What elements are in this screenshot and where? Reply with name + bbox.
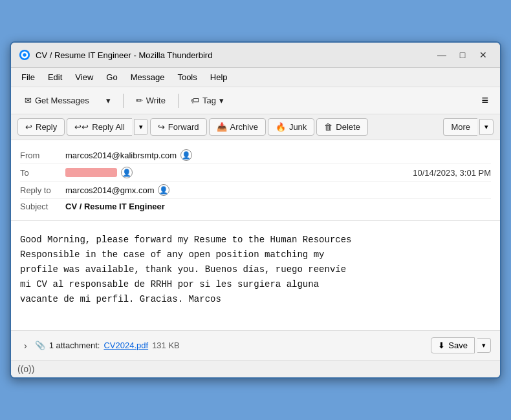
forward-label: Forward — [168, 122, 199, 132]
main-window: CV / Resume IT Engineer - Mozilla Thunde… — [10, 41, 501, 379]
reply-all-icon: ↩↩ — [74, 122, 89, 132]
from-person-icon[interactable]: 👤 — [180, 149, 192, 161]
more-label: More — [451, 122, 470, 132]
status-bar: ((o)) — [11, 361, 500, 377]
attachment-icon: 📎 — [35, 341, 45, 350]
menu-tools[interactable]: Tools — [172, 70, 202, 84]
get-messages-button[interactable]: ✉ Get Messages — [17, 92, 96, 109]
attachment-filename[interactable]: CV2024.pdf — [103, 341, 148, 350]
title-bar-left: CV / Resume IT Engineer - Mozilla Thunde… — [19, 49, 212, 61]
attachment-size: 131 KB — [152, 341, 180, 350]
toolbar-left: ✉ Get Messages ▾ ✏ Write 🏷 Tag ▾ — [17, 92, 231, 109]
archive-label: Archive — [230, 122, 258, 132]
email-body-text: Good Morning, please forward my Resume t… — [20, 235, 351, 304]
from-row: From marcos2014@kalibrsmtp.com 👤 — [20, 147, 491, 164]
forward-icon: ↪ — [158, 122, 165, 132]
save-button[interactable]: ⬇ Save — [431, 337, 475, 353]
reply-all-dropdown-button[interactable]: ▾ — [134, 119, 148, 135]
signal-icon: ((o)) — [17, 364, 34, 374]
menu-edit[interactable]: Edit — [43, 70, 67, 84]
attachment-count: 1 attachment: — [49, 341, 100, 350]
to-row: To 👤 10/14/2023, 3:01 PM — [20, 164, 491, 182]
minimize-button[interactable]: — — [433, 48, 451, 62]
menu-go[interactable]: Go — [101, 70, 122, 84]
get-messages-dropdown[interactable]: ▾ — [99, 92, 118, 109]
subject-value: CV / Resume IT Engineer — [65, 202, 491, 211]
tag-dropdown-icon: ▾ — [219, 96, 224, 105]
reply-all-button[interactable]: ↩↩ Reply All — [67, 118, 132, 136]
to-label: To — [20, 168, 65, 178]
hamburger-menu-button[interactable]: ≡ — [476, 91, 494, 110]
menu-file[interactable]: File — [16, 70, 40, 84]
from-value: marcos2014@kalibrsmtp.com 👤 — [65, 149, 491, 161]
email-body: Good Morning, please forward my Resume t… — [11, 221, 500, 331]
write-icon: ✏ — [136, 96, 143, 105]
reply-to-person-icon[interactable]: 👤 — [158, 184, 169, 196]
to-address-blurred — [65, 168, 117, 177]
toolbar-divider-1 — [123, 94, 124, 108]
save-dropdown-button[interactable]: ▾ — [477, 338, 491, 353]
to-value: 👤 10/14/2023, 3:01 PM — [65, 167, 491, 178]
save-icon: ⬇ — [438, 341, 445, 350]
get-messages-icon: ✉ — [25, 96, 32, 105]
attachment-expand-button[interactable]: › — [20, 339, 31, 352]
attachment-right: ⬇ Save ▾ — [431, 337, 491, 353]
archive-icon: 📥 — [217, 122, 227, 132]
attachment-left: › 📎 1 attachment: CV2024.pdf 131 KB — [20, 339, 426, 352]
reply-to-row: Reply to marcos2014@gmx.com 👤 — [20, 182, 491, 199]
thunderbird-icon — [19, 49, 30, 61]
subject-text: CV / Resume IT Engineer — [65, 202, 165, 211]
maximize-button[interactable]: □ — [453, 48, 472, 62]
menu-bar: File Edit View Go Message Tools Help — [11, 68, 500, 87]
reply-button[interactable]: ↩ Reply — [17, 118, 65, 136]
reply-icon: ↩ — [25, 122, 32, 132]
action-bar: ↩ Reply ↩↩ Reply All ▾ ↪ Forward 📥 Archi… — [11, 114, 500, 140]
tag-label: Tag — [202, 96, 216, 105]
delete-button[interactable]: 🗑 Delete — [316, 118, 368, 136]
toolbar-divider-2 — [178, 94, 179, 108]
junk-icon: 🔥 — [276, 122, 286, 132]
tag-button[interactable]: 🏷 Tag ▾ — [184, 92, 231, 109]
junk-label: Junk — [289, 122, 307, 132]
from-address: marcos2014@kalibrsmtp.com — [65, 151, 177, 160]
svg-point-2 — [23, 53, 26, 56]
close-button[interactable]: ✕ — [474, 48, 492, 62]
email-date: 10/14/2023, 3:01 PM — [413, 168, 491, 178]
reply-all-label: Reply All — [92, 122, 125, 132]
title-bar: CV / Resume IT Engineer - Mozilla Thunde… — [11, 43, 500, 68]
tag-icon: 🏷 — [191, 96, 199, 105]
menu-message[interactable]: Message — [125, 70, 170, 84]
archive-button[interactable]: 📥 Archive — [209, 118, 266, 136]
title-controls: — □ ✕ — [433, 48, 492, 62]
reply-to-address: marcos2014@gmx.com — [65, 185, 154, 195]
write-label: Write — [146, 96, 166, 105]
reply-to-label: Reply to — [20, 185, 65, 195]
forward-button[interactable]: ↪ Forward — [150, 118, 207, 136]
subject-row: Subject CV / Resume IT Engineer — [20, 199, 491, 214]
attachment-bar: › 📎 1 attachment: CV2024.pdf 131 KB ⬇ Sa… — [11, 331, 500, 361]
menu-view[interactable]: View — [70, 70, 98, 84]
reply-label: Reply — [36, 122, 57, 132]
email-header: From marcos2014@kalibrsmtp.com 👤 To 👤 10… — [11, 140, 500, 221]
more-button[interactable]: More — [443, 118, 477, 136]
write-button[interactable]: ✏ Write — [129, 92, 173, 109]
junk-button[interactable]: 🔥 Junk — [268, 118, 314, 136]
menu-help[interactable]: Help — [205, 70, 233, 84]
window-title: CV / Resume IT Engineer - Mozilla Thunde… — [36, 50, 212, 60]
main-toolbar: ✉ Get Messages ▾ ✏ Write 🏷 Tag ▾ ≡ — [11, 87, 500, 114]
delete-icon: 🗑 — [324, 122, 332, 132]
subject-label: Subject — [20, 202, 65, 211]
more-dropdown-button[interactable]: ▾ — [479, 119, 494, 135]
from-label: From — [20, 151, 65, 160]
delete-label: Delete — [336, 122, 360, 132]
save-label: Save — [448, 341, 468, 350]
to-person-icon[interactable]: 👤 — [121, 167, 133, 178]
reply-to-value: marcos2014@gmx.com 👤 — [65, 184, 491, 196]
get-messages-label: Get Messages — [35, 96, 89, 105]
